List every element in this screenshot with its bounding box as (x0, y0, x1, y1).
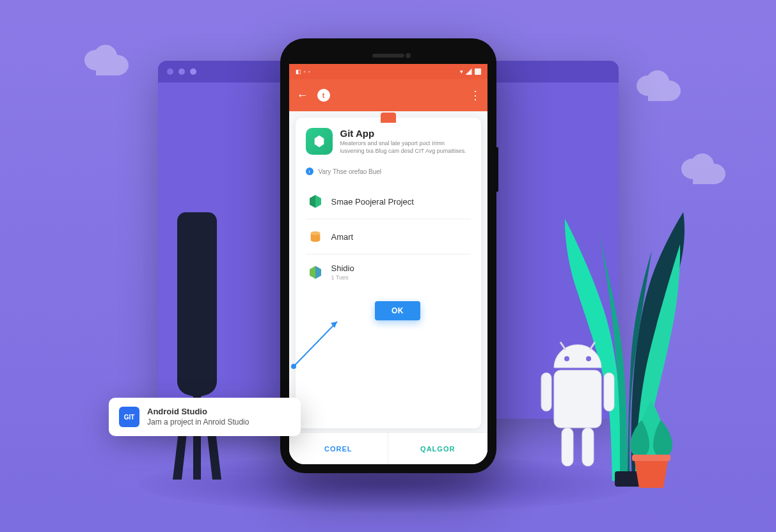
project-title: Shidio (331, 263, 470, 273)
phone-speaker (372, 54, 404, 58)
back-icon[interactable]: ← (297, 89, 308, 102)
project-item[interactable]: Shidio 1 Tues (306, 254, 471, 290)
window-dot (167, 68, 173, 75)
svg-point-2 (564, 356, 569, 361)
svg-rect-1 (632, 455, 670, 461)
cloud-decoration (83, 45, 147, 77)
svg-line-5 (590, 342, 595, 350)
ok-button[interactable]: OK (375, 301, 420, 320)
svg-point-11 (310, 231, 320, 235)
info-row: i Vary Thse orefao Buel (306, 168, 471, 175)
cloud-decoration (635, 70, 699, 102)
status-glyph: ◦ (308, 68, 310, 75)
status-right-icons: ▾ (460, 68, 481, 75)
project-title: Smae Poojeral Project (331, 197, 470, 207)
project-subtitle: 1 Tues (331, 274, 470, 281)
battery-icon (475, 68, 481, 75)
git-badge-icon: GIT (119, 407, 139, 427)
cube-icon (307, 264, 324, 281)
window-dot (190, 68, 196, 75)
phone-notch (289, 47, 487, 64)
svg-rect-9 (562, 428, 573, 466)
cylinder-icon (307, 228, 324, 245)
content-area: Git App Meaterors and snal late yaport p… (289, 111, 487, 464)
cube-icon (307, 193, 324, 210)
app-bar-icon[interactable]: t (317, 89, 330, 102)
window-dot (178, 68, 185, 75)
wifi-icon: ▾ (460, 68, 463, 75)
status-glyph: ◧ (296, 68, 301, 75)
main-card: Git App Meaterors and snal late yaport p… (296, 118, 481, 428)
project-item[interactable]: Smae Poojeral Project (306, 184, 471, 219)
project-item[interactable]: Amart (306, 219, 471, 254)
svg-rect-8 (604, 373, 614, 411)
phone-frame: ◧ ◦ ◦ ▾ ← t ⋮ (280, 38, 496, 473)
svg-line-4 (560, 342, 566, 350)
svg-rect-10 (582, 428, 594, 466)
project-list: Smae Poojeral Project Amart (306, 184, 471, 290)
chair-prop (160, 212, 237, 487)
svg-rect-6 (554, 370, 601, 428)
project-title: Amart (331, 232, 470, 242)
phone-power-button (496, 147, 498, 192)
callout-subtitle: Jam a project in Anroid Studio (147, 418, 249, 426)
svg-rect-7 (541, 373, 551, 411)
qalgor-button[interactable]: QALGOR (388, 433, 487, 464)
front-camera (406, 53, 411, 58)
android-mascot (530, 337, 626, 484)
app-description: Meaterors and snal late yaport poct Irim… (340, 140, 471, 155)
overflow-menu-icon[interactable]: ⋮ (470, 88, 480, 102)
corel-button[interactable]: COREL (289, 433, 389, 464)
info-icon: i (306, 168, 313, 175)
info-label: Vary Thse orefao Buel (319, 168, 382, 175)
app-bar: ← t ⋮ (289, 79, 487, 111)
card-tab-marker (381, 113, 396, 123)
phone-screen: ◧ ◦ ◦ ▾ ← t ⋮ (289, 64, 487, 464)
status-left-icons: ◧ ◦ ◦ (296, 68, 310, 75)
signal-icon (466, 68, 472, 75)
git-app-icon (306, 128, 333, 155)
bottom-action-bar: COREL QALGOR (289, 432, 487, 464)
status-glyph: ◦ (304, 68, 306, 75)
android-studio-callout[interactable]: GIT Android Studio Jam a project in Anro… (109, 398, 301, 436)
svg-point-3 (586, 356, 591, 361)
app-title: Git App (340, 128, 471, 139)
app-header: Git App Meaterors and snal late yaport p… (306, 128, 471, 155)
small-plant-decoration (622, 401, 680, 490)
cloud-decoration (680, 153, 744, 185)
callout-title: Android Studio (147, 407, 249, 416)
status-bar: ◧ ◦ ◦ ▾ (289, 64, 487, 79)
